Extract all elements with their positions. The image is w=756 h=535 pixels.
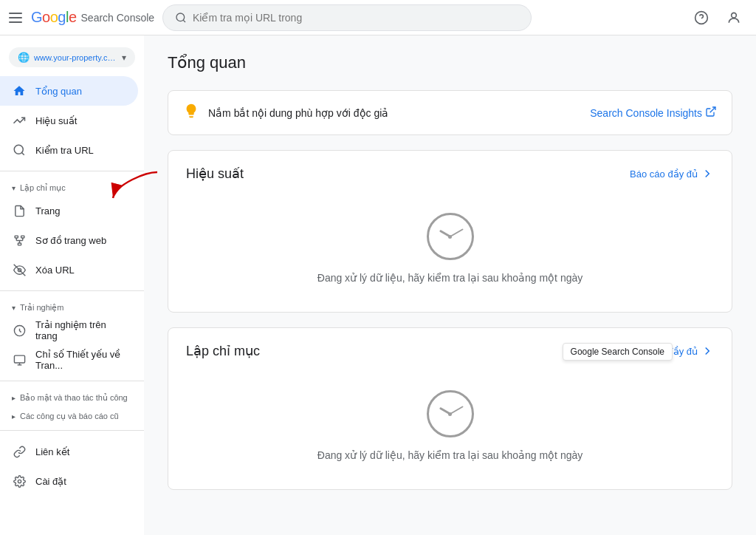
sidebar-label-lien-ket: Liên kết [35, 446, 69, 457]
hieu-suat-processing-text: Đang xử lý dữ liệu, hãy kiểm tra lại sau… [317, 272, 583, 284]
hamburger-menu[interactable] [9, 9, 27, 27]
svg-rect-17 [14, 355, 24, 363]
sidebar-label-so-do-trang-web: Sơ đồ trang web [35, 235, 106, 246]
processing-clock-icon [427, 213, 474, 260]
core-vitals-icon [12, 352, 27, 367]
lap-chi-muc-card: Lập chỉ mục Báo cáo đầy đủ Google Search… [168, 327, 732, 490]
trending-icon [12, 113, 27, 128]
svg-point-5 [14, 145, 23, 154]
property-selector[interactable]: 🌐 www.your-property.com ▾ [9, 47, 135, 67]
section-trai-nghiem: ▾ Trải nghiệm [0, 297, 144, 316]
section-bao-mat[interactable]: ▸ Bảo mật và thao tác thủ công [0, 387, 144, 406]
processing-clock-icon-2 [427, 390, 474, 437]
sidebar-label-trai-nghiem-trang: Trải nghiệm trên trang [35, 319, 126, 341]
search-url-icon [12, 143, 27, 157]
sidebar-label-hieu-suat: Hiệu suất [35, 115, 77, 126]
divider-2 [0, 290, 144, 291]
svg-point-0 [176, 13, 185, 21]
topbar: Google Search Console [0, 0, 756, 35]
divider-1 [0, 171, 144, 171]
account-button[interactable] [721, 4, 747, 31]
svg-line-6 [21, 152, 24, 154]
sidebar-item-chi-so-thiet-yeu[interactable]: Chỉ số Thiết yếu về Tran... [0, 345, 138, 375]
lap-chi-muc-title: Lập chỉ mục [186, 343, 260, 359]
section-label-cong-cu: Các công cụ và báo cáo cũ [20, 412, 119, 421]
insight-link[interactable]: Search Console Insights [590, 106, 717, 120]
help-button[interactable] [688, 4, 715, 31]
google-search-console-tooltip: Google Search Console [563, 343, 673, 361]
hieu-suat-header: Hiệu suất Báo cáo đầy đủ [168, 151, 732, 194]
svg-rect-8 [21, 236, 24, 238]
collapse-right-icon: ▸ [12, 394, 16, 402]
insight-banner: Nắm bắt nội dung phù hợp với độc giả Sea… [168, 91, 732, 134]
sidebar-item-lien-ket[interactable]: Liên kết [0, 437, 138, 466]
eye-icon [12, 262, 27, 277]
sidebar-label-tong-quan: Tổng quan [35, 86, 82, 97]
collapse-icon: ▾ [12, 184, 16, 192]
svg-point-20 [18, 480, 21, 483]
sidebar-item-xoa-url[interactable]: Xóa URL [0, 255, 138, 284]
page-icon [12, 203, 27, 218]
topbar-actions [688, 4, 747, 31]
sidebar-label-trang: Trang [35, 205, 60, 217]
sidebar-item-hieu-suat[interactable]: Hiệu suất [0, 106, 138, 135]
property-url: www.your-property.com [34, 53, 117, 62]
link-icon [12, 444, 27, 459]
hieu-suat-card: Hiệu suất Báo cáo đầy đủ Đang xử lý dữ l… [168, 150, 732, 313]
sidebar-label-cai-dat: Cài đặt [35, 476, 66, 487]
hieu-suat-title: Hiệu suất [186, 166, 244, 182]
sidebar-item-tong-quan[interactable]: Tổng quan [0, 76, 138, 106]
settings-icon [12, 474, 27, 488]
sidebar: 🌐 www.your-property.com ▾ Tổng quan Hiệu… [0, 35, 144, 535]
sidebar-item-so-do-trang-web[interactable]: Sơ đồ trang web [0, 225, 138, 255]
insight-link-label: Search Console Insights [590, 107, 702, 119]
svg-point-4 [732, 13, 737, 18]
home-icon [12, 84, 27, 98]
svg-line-22 [710, 107, 715, 112]
sidebar-label-kiem-tra-url: Kiểm tra URL [35, 145, 94, 156]
lap-chi-muc-processing-text: Đang xử lý dữ liệu, hãy kiểm tra lại sau… [317, 449, 583, 461]
collapse-icon-2: ▾ [12, 304, 16, 312]
section-cong-cu[interactable]: ▸ Các công cụ và báo cáo cũ [0, 406, 144, 424]
topbar-brand: Google Search Console [9, 9, 157, 27]
collapse-right-icon-2: ▸ [12, 412, 16, 420]
svg-rect-9 [18, 243, 21, 245]
sidebar-label-xoa-url: Xóa URL [35, 265, 75, 276]
lightbulb-icon [183, 103, 199, 123]
sitemap-icon [12, 233, 27, 248]
section-label-trai-nghiem: Trải nghiệm [20, 303, 63, 313]
section-label-lap-chi-muc: Lập chỉ mục [20, 183, 66, 193]
sidebar-label-chi-so-thiet-yeu: Chỉ số Thiết yếu về Tran... [35, 349, 126, 371]
sidebar-item-kiem-tra-url[interactable]: Kiểm tra URL [0, 135, 138, 165]
sidebar-item-cai-dat[interactable]: Cài đặt [0, 466, 138, 496]
page-experience-icon [12, 323, 27, 338]
hieu-suat-full-report-link[interactable]: Báo cáo đầy đủ [630, 167, 714, 180]
main-layout: 🌐 www.your-property.com ▾ Tổng quan Hiệu… [0, 35, 756, 535]
sidebar-item-trai-nghiem-trang[interactable]: Trải nghiệm trên trang [0, 316, 138, 345]
app-title: Search Console [81, 12, 155, 24]
hieu-suat-full-report-label: Báo cáo đầy đủ [630, 168, 698, 180]
search-bar[interactable] [162, 4, 532, 31]
section-label-bao-mat: Bảo mật và thao tác thủ công [20, 393, 128, 403]
search-input[interactable] [193, 12, 519, 24]
hieu-suat-body: Đang xử lý dữ liệu, hãy kiểm tra lại sau… [168, 194, 732, 312]
google-logo: Google [31, 9, 77, 26]
sidebar-item-trang[interactable]: Trang [0, 196, 138, 225]
lap-chi-muc-body: Đang xử lý dữ liệu, hãy kiểm tra lại sau… [168, 371, 732, 489]
svg-line-1 [183, 20, 185, 22]
globe-icon: 🌐 [18, 52, 30, 63]
svg-rect-7 [15, 236, 18, 238]
insight-text: Nắm bắt nội dung phù hợp với độc giả [208, 107, 581, 119]
chevron-down-icon: ▾ [122, 52, 126, 63]
section-lap-chi-muc: ▾ Lập chỉ mục [0, 177, 144, 196]
divider-4 [0, 430, 144, 431]
divider-3 [0, 381, 144, 381]
insight-banner-card: Nắm bắt nội dung phù hợp với độc giả Sea… [168, 90, 732, 135]
main-content: Tổng quan Nắm bắt nội dung phù hợp với đ… [144, 35, 756, 535]
external-link-icon [705, 106, 717, 120]
page-title: Tổng quan [168, 53, 732, 72]
search-icon [175, 12, 187, 24]
